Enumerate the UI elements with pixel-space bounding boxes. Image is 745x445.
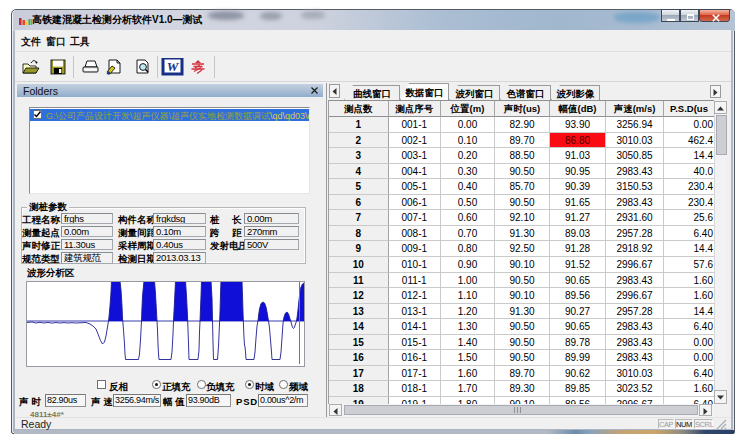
svg-text:W: W xyxy=(167,59,180,74)
